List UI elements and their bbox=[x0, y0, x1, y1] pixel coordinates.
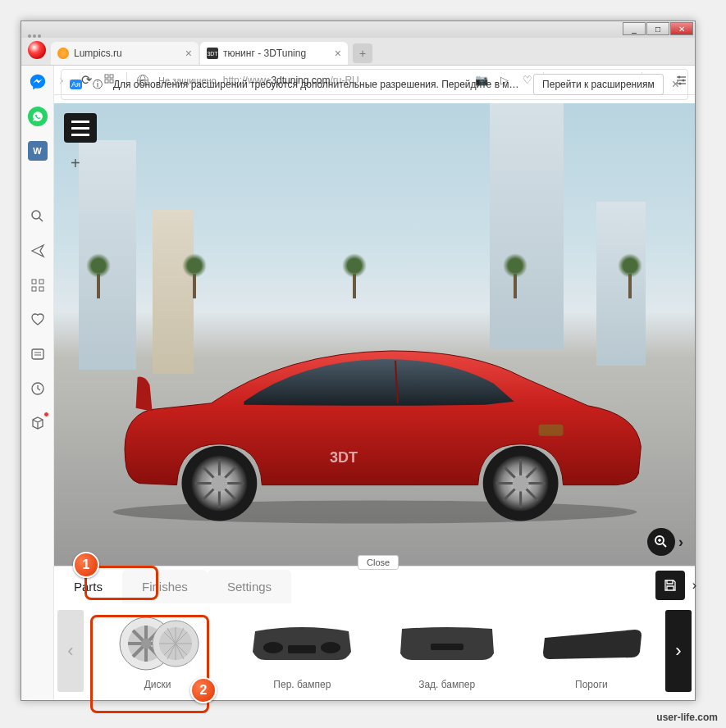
car-badge-text: 3DT bbox=[330, 448, 358, 465]
add-button[interactable]: + bbox=[71, 154, 80, 173]
close-notification-icon[interactable]: × bbox=[672, 77, 679, 92]
save-arrow-icon[interactable]: › bbox=[692, 578, 696, 593]
maximize-button[interactable]: □ bbox=[646, 22, 669, 35]
part-front-bumper[interactable]: Пер. бампер bbox=[231, 607, 372, 694]
tab-title: тюнинг - 3DTuning bbox=[223, 48, 306, 59]
titlebar-grip bbox=[28, 26, 43, 41]
svg-point-61 bbox=[263, 642, 283, 653]
zoom-button[interactable] bbox=[647, 528, 675, 556]
watermark: user-life.com bbox=[656, 712, 718, 723]
wheel-icon bbox=[90, 611, 225, 676]
part-label: Пороги bbox=[575, 679, 608, 690]
news-sidebar-icon[interactable] bbox=[28, 344, 48, 364]
svg-rect-18 bbox=[32, 280, 36, 284]
cube-sidebar-icon[interactable] bbox=[28, 413, 48, 433]
save-button[interactable]: › bbox=[655, 571, 685, 600]
whatsapp-icon[interactable] bbox=[28, 107, 48, 126]
svg-line-43 bbox=[663, 544, 666, 547]
part-rear-bumper[interactable]: Зад. бампер bbox=[377, 607, 518, 694]
hamburger-menu-button[interactable] bbox=[64, 113, 97, 143]
part-label: Пер. бампер bbox=[273, 679, 331, 690]
tab-settings[interactable]: Settings bbox=[208, 570, 291, 603]
callout-marker-2: 2 bbox=[190, 677, 217, 703]
new-tab-button[interactable]: + bbox=[353, 43, 372, 63]
favicon-icon: 3DT bbox=[207, 48, 218, 59]
notification-dot bbox=[43, 412, 49, 417]
car-viewport[interactable]: + 3DT bbox=[54, 103, 695, 566]
parts-panel: Close Parts Finishes Settings › ‹ bbox=[54, 566, 695, 700]
notification-text: Для обновления расширений требуются допо… bbox=[113, 79, 519, 90]
front-bumper-icon bbox=[235, 611, 369, 676]
search-sidebar-icon[interactable] bbox=[28, 207, 48, 226]
svg-rect-20 bbox=[32, 287, 36, 291]
svg-point-52 bbox=[141, 639, 151, 648]
extension-notification: Aя ⓘ Для обновления расширений требуются… bbox=[61, 69, 688, 100]
svg-point-41 bbox=[512, 475, 528, 491]
history-sidebar-icon[interactable] bbox=[28, 379, 48, 398]
part-label: Зад. бампер bbox=[418, 679, 475, 690]
window-titlebar[interactable]: _ □ ✕ bbox=[21, 21, 695, 38]
parts-next-button[interactable]: › bbox=[665, 610, 692, 692]
browser-sidebar: W bbox=[21, 66, 54, 700]
minimize-button[interactable]: _ bbox=[623, 22, 646, 35]
svg-rect-19 bbox=[39, 280, 43, 284]
sideskirt-icon bbox=[524, 611, 659, 676]
messenger-icon[interactable] bbox=[28, 72, 48, 92]
part-label: Диски bbox=[144, 679, 171, 690]
rear-bumper-icon bbox=[380, 611, 514, 676]
vk-icon[interactable]: W bbox=[28, 141, 48, 161]
close-tab-icon[interactable]: × bbox=[185, 47, 192, 60]
callout-marker-1: 1 bbox=[73, 552, 99, 578]
parts-prev-button[interactable]: ‹ bbox=[57, 610, 84, 692]
svg-rect-22 bbox=[32, 349, 43, 359]
browser-tabs-bar: Lumpics.ru × 3DT тюнинг - 3DTuning × + bbox=[21, 38, 695, 66]
zoom-arrow-icon[interactable]: › bbox=[678, 534, 683, 551]
svg-point-34 bbox=[211, 475, 227, 491]
car-render: 3DT bbox=[80, 328, 669, 525]
translate-badge-icon: Aя bbox=[70, 80, 82, 89]
part-side-skirts[interactable]: Пороги bbox=[521, 607, 662, 694]
tab-lumpics[interactable]: Lumpics.ru × bbox=[51, 42, 199, 65]
send-sidebar-icon[interactable] bbox=[28, 241, 48, 261]
svg-rect-27 bbox=[538, 425, 563, 436]
tab-title: Lumpics.ru bbox=[74, 48, 122, 59]
svg-rect-21 bbox=[39, 287, 43, 291]
svg-rect-63 bbox=[288, 645, 316, 653]
close-panel-button[interactable]: Close bbox=[358, 555, 399, 570]
svg-point-62 bbox=[321, 642, 340, 653]
favicon-icon bbox=[57, 48, 69, 59]
svg-rect-64 bbox=[431, 644, 463, 650]
grid-sidebar-icon[interactable] bbox=[28, 275, 48, 295]
info-icon: ⓘ bbox=[90, 77, 105, 92]
tab-finishes[interactable]: Finishes bbox=[122, 570, 208, 603]
window-close-button[interactable]: ✕ bbox=[670, 22, 693, 35]
svg-point-16 bbox=[32, 211, 40, 219]
close-tab-icon[interactable]: × bbox=[335, 47, 341, 60]
tab-3dtuning[interactable]: 3DT тюнинг - 3DTuning × bbox=[200, 42, 348, 65]
heart-sidebar-icon[interactable] bbox=[28, 310, 48, 330]
opera-logo-icon[interactable] bbox=[28, 41, 46, 59]
goto-extensions-button[interactable]: Перейти к расширениям bbox=[533, 74, 664, 95]
svg-line-17 bbox=[39, 218, 43, 221]
